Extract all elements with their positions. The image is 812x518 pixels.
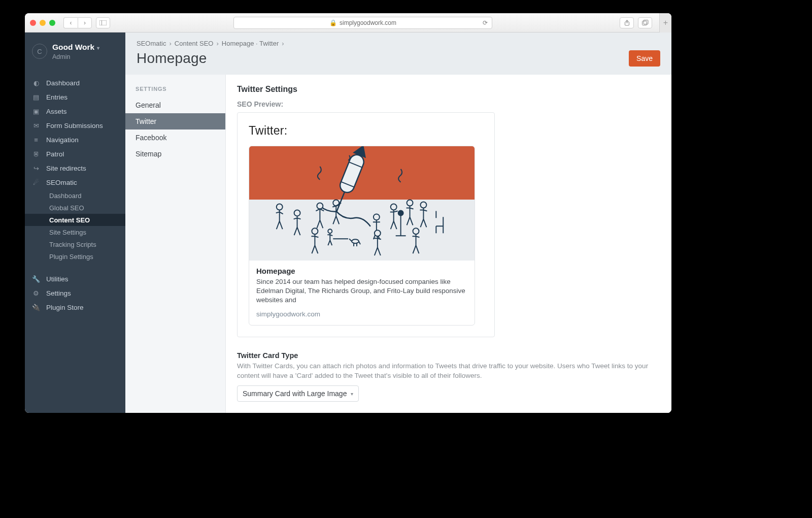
minimize-window-button[interactable] (40, 20, 46, 26)
preview-label: SEO Preview: (237, 100, 660, 108)
settings-tab-twitter[interactable]: Twitter (125, 113, 225, 130)
browser-window: ‹ › 🔒 simplygoodwork.com ⟳ + C (25, 13, 671, 413)
gear-icon: ⚙ (32, 289, 40, 297)
svg-point-17 (420, 202, 426, 208)
nav-navigation[interactable]: ≡Navigation (25, 133, 125, 147)
crumb-content-seo[interactable]: Content SEO (175, 40, 214, 47)
gauge-icon: ◐ (32, 79, 40, 87)
subnav-global-seo[interactable]: Global SEO (25, 202, 125, 214)
page-header: SEOmatic› Content SEO› Homepage · Twitte… (125, 33, 671, 75)
subnav-dashboard[interactable]: Dashboard (25, 189, 125, 202)
shield-icon: ⛨ (32, 150, 40, 158)
svg-rect-3 (642, 21, 647, 25)
settings-tab-general[interactable]: General (125, 97, 225, 113)
svg-rect-0 (99, 20, 107, 25)
nav-assets[interactable]: ▣Assets (25, 104, 125, 118)
nav-utilities[interactable]: 🔧Utilities (25, 272, 125, 286)
svg-point-18 (328, 229, 332, 233)
nav-patrol[interactable]: ⛨Patrol (25, 147, 125, 161)
wrench-icon: 🔧 (32, 275, 40, 283)
content-row: SETTINGS General Twitter Facebook Sitema… (125, 75, 671, 413)
inbox-icon: ✉ (32, 122, 40, 130)
bars-icon: ≡ (32, 136, 40, 144)
close-window-button[interactable] (30, 20, 36, 26)
seo-preview-box: Twitter: (237, 112, 495, 337)
crumb-homepage-twitter[interactable]: Homepage · Twitter (222, 40, 279, 47)
tag-icon: ☄ (32, 179, 40, 186)
nav-seomatic[interactable]: ☄SEOmatic (25, 175, 125, 189)
subnav-content-seo[interactable]: Content SEO (25, 214, 125, 226)
svg-point-20 (398, 210, 403, 215)
nav-plugin-store[interactable]: 🔌Plugin Store (25, 300, 125, 314)
svg-point-14 (374, 214, 380, 220)
forward-button[interactable]: › (78, 17, 92, 28)
svg-point-12 (317, 203, 323, 209)
settings-panel: Twitter Settings SEO Preview: Twitter: (226, 75, 671, 413)
address-url: simplygoodwork.com (340, 19, 396, 26)
maximize-window-button[interactable] (49, 20, 55, 26)
svg-point-10 (277, 204, 283, 210)
svg-point-22 (375, 230, 381, 236)
subnav-plugin-settings[interactable]: Plugin Settings (25, 250, 125, 263)
address-bar[interactable]: 🔒 simplygoodwork.com ⟳ (233, 17, 492, 29)
share-button[interactable] (620, 17, 634, 28)
tabs-button[interactable] (638, 17, 652, 28)
org-switcher[interactable]: C Good Work ▾ Admin (25, 33, 125, 67)
nav-form-submissions[interactable]: ✉Form Submissions (25, 118, 125, 133)
subnav-site-settings[interactable]: Site Settings (25, 226, 125, 238)
svg-point-15 (391, 204, 397, 210)
reload-icon[interactable]: ⟳ (483, 19, 488, 26)
svg-point-23 (413, 228, 419, 234)
traffic-lights (30, 20, 55, 26)
page-title: Homepage (137, 50, 284, 67)
nav-settings[interactable]: ⚙Settings (25, 286, 125, 300)
svg-point-19 (352, 239, 359, 243)
card-description: Since 2014 our team has helped design-fo… (256, 277, 467, 305)
subnav-tracking-scripts[interactable]: Tracking Scripts (25, 238, 125, 250)
org-role: Admin (52, 53, 99, 60)
twitter-card-type-select[interactable]: Summary Card with Large Image ▾ (237, 385, 359, 402)
preview-title: Twitter: (249, 124, 483, 138)
nav-site-redirects[interactable]: ↪Site redirects (25, 161, 125, 175)
field-twitter-card-type: Twitter Card Type With Twitter Cards, yo… (237, 351, 660, 402)
settings-sidebar: SETTINGS General Twitter Facebook Sitema… (125, 75, 226, 413)
save-button[interactable]: Save (629, 50, 660, 67)
chevron-down-icon: ▾ (351, 391, 353, 397)
panel-heading: Twitter Settings (237, 85, 660, 94)
main-sidebar: C Good Work ▾ Admin ◐Dashboard ▤Entries … (25, 33, 125, 413)
app-body: C Good Work ▾ Admin ◐Dashboard ▤Entries … (25, 33, 671, 413)
plug-icon: 🔌 (32, 304, 40, 311)
chevron-down-icon: ▾ (97, 45, 99, 51)
twitter-card-preview: Homepage Since 2014 our team has helped … (249, 146, 475, 326)
svg-point-21 (312, 228, 318, 234)
lock-icon: 🔒 (329, 19, 337, 26)
field-help: With Twitter Cards, you can attach rich … (237, 362, 658, 381)
image-icon: ▣ (32, 108, 40, 115)
card-domain: simplygoodwork.com (256, 310, 467, 318)
settings-tab-facebook[interactable]: Facebook (125, 130, 225, 146)
field-label: Twitter Card Type (237, 351, 660, 360)
crumb-seomatic[interactable]: SEOmatic (137, 40, 166, 47)
primary-nav: ◐Dashboard ▤Entries ▣Assets ✉Form Submis… (25, 76, 125, 314)
seomatic-subnav: Dashboard Global SEO Content SEO Site Se… (25, 189, 125, 263)
card-illustration (249, 146, 475, 260)
svg-point-11 (294, 210, 300, 216)
nav-dashboard[interactable]: ◐Dashboard (25, 76, 125, 90)
svg-point-16 (407, 200, 413, 206)
select-value: Summary Card with Large Image (243, 390, 347, 398)
new-tab-button[interactable]: + (659, 13, 671, 33)
settings-tab-sitemap[interactable]: Sitemap (125, 146, 225, 162)
nav-entries[interactable]: ▤Entries (25, 90, 125, 104)
back-button[interactable]: ‹ (63, 17, 78, 28)
svg-rect-5 (338, 153, 366, 195)
svg-rect-4 (644, 20, 648, 24)
sidebar-toggle-button[interactable] (96, 17, 110, 28)
card-image (249, 146, 475, 261)
newspaper-icon: ▤ (32, 93, 40, 101)
redirect-icon: ↪ (32, 165, 40, 172)
org-badge: C (32, 44, 47, 59)
main-column: SEOmatic› Content SEO› Homepage · Twitte… (125, 33, 671, 413)
org-name: Good Work (52, 43, 94, 52)
browser-chrome: ‹ › 🔒 simplygoodwork.com ⟳ + (25, 13, 671, 33)
settings-sidebar-header: SETTINGS (125, 83, 225, 97)
